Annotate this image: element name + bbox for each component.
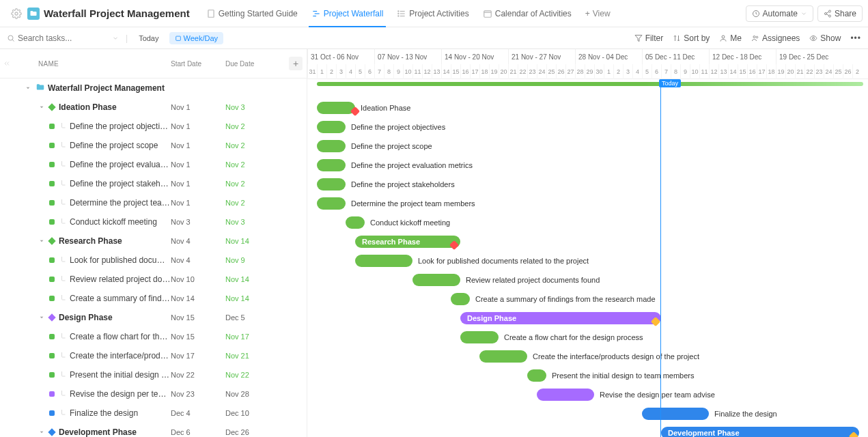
share-button[interactable]: Share [817,5,863,22]
status-square [49,143,55,148]
task-row[interactable]: Present the initial design to t...Nov 22… [0,365,307,384]
gantt-row: Revise the design per team advise [307,385,868,404]
task-row[interactable]: Define the project scopeNov 1Nov 2 [0,136,307,155]
search-input[interactable] [7,33,102,43]
task-row[interactable]: Finalize the designDec 4Dec 10 [0,404,307,423]
task-row[interactable]: Review related project docu...Nov 10Nov … [0,270,307,289]
gantt-bar[interactable]: Look for published documents related to … [355,255,412,267]
gantt-bar[interactable]: Define the project objectives [317,121,346,133]
bar-label: Ideation Phase [361,104,410,112]
search-field[interactable] [18,33,86,43]
gantt-row [307,79,868,98]
task-row[interactable]: Define the project evaluation...Nov 1Nov… [0,155,307,174]
day-header: 24 [537,64,546,79]
task-row[interactable]: Define the project objectivesNov 1Nov 2 [0,117,307,136]
tab-getting-started[interactable]: Getting Started Guide [199,0,305,27]
task-row[interactable]: Revise the design per team a...Nov 23Nov… [0,384,307,404]
task-row[interactable]: Ideation PhaseNov 1Nov 3 [0,98,307,117]
expand-icon[interactable] [41,238,46,244]
gantt-bar[interactable]: Present the initial design to team membe… [527,369,546,382]
automate-button[interactable]: Automate [746,5,813,22]
expand-icon[interactable] [41,315,46,320]
collapse-icon[interactable] [0,59,14,68]
task-row[interactable]: Conduct kickoff meetingNov 3Nov 3 [0,212,307,231]
col-start[interactable]: Start Date [171,60,225,68]
automate-label: Automate [763,9,798,18]
gantt-bar[interactable]: Define the project evaluation metrics [317,159,346,171]
start-date: Nov 4 [171,256,225,264]
gantt-bar[interactable]: Define the project scope [317,140,346,152]
task-row[interactable]: Create a flow chart for the d...Nov 15No… [0,327,307,346]
task-row[interactable]: Waterfall Project Management [0,79,307,98]
filter-icon [634,34,643,42]
gantt-bar[interactable]: Design Phase [460,312,661,324]
chevron-down-icon[interactable] [112,35,119,42]
expand-icon[interactable] [27,85,33,91]
due-date: Dec 5 [225,313,280,322]
start-date: Nov 14 [171,294,225,302]
day-header: 6 [652,64,661,79]
gantt-bar[interactable]: Define the project stakeholders [317,178,346,191]
gantt-bar[interactable]: Revise the design per team advise [537,389,594,401]
task-row[interactable]: Define the project stakehold...Nov 1Nov … [0,174,307,193]
settings-icon[interactable] [11,8,22,19]
gantt-bar[interactable]: Finalize the design [642,408,709,420]
gantt-bar[interactable]: Create a summary of findings from the re… [451,293,470,305]
milestone-icon [350,107,360,116]
day-header: 23 [527,64,537,79]
task-row[interactable]: Create the interface/product...Nov 17Nov… [0,346,307,365]
day-header: 9 [680,64,690,79]
add-column-button[interactable]: + [289,57,303,70]
subtask-icon [59,122,70,132]
more-button[interactable]: ••• [850,33,861,43]
bar-label: Create a flow chart for the design proce… [504,333,643,341]
task-row[interactable]: Look for published documen...Nov 4Nov 9 [0,251,307,270]
gantt-bar[interactable]: Create a flow chart for the design proce… [460,331,499,343]
today-button[interactable]: Today [135,33,163,44]
phase-icon [48,238,55,245]
gantt-bar[interactable]: Research Phase [355,236,460,248]
col-name[interactable]: NAME [14,60,171,68]
task-row[interactable]: Research PhaseNov 4Nov 14 [0,231,307,251]
start-date: Dec 6 [171,428,225,436]
gantt-row: Look for published documents related to … [307,251,868,270]
due-date: Nov 22 [225,371,280,379]
share-icon [824,10,832,18]
me-button[interactable]: Me [719,33,742,43]
task-row[interactable]: Create a summary of finding...Nov 14Nov … [0,289,307,308]
day-header: 19 [776,64,785,79]
tab-project-activities[interactable]: Project Activities [390,0,475,27]
task-row[interactable]: Design PhaseNov 15Dec 5 [0,308,307,327]
gantt-bar[interactable]: Review related project documents found [412,274,460,286]
bar-label: Determine the project team members [351,199,475,208]
tab-calendar[interactable]: Calendar of Activities [476,0,578,27]
task-name: Create a flow chart for the d... [70,332,171,341]
gantt-row: Define the project scope [307,137,868,156]
gantt-bar[interactable]: Development Phase [661,427,859,437]
gantt-bar[interactable]: Ideation Phase [317,102,355,114]
show-button[interactable]: Show [809,33,841,43]
day-header: 12 [422,64,432,79]
day-header: 5 [355,64,365,79]
day-header: 22 [804,64,814,79]
bar-label: Define the project stakeholders [351,180,455,188]
show-label: Show [820,33,841,43]
tab-project-waterfall[interactable]: Project Waterfall [305,0,391,27]
weekday-toggle[interactable]: Week/Day [169,32,223,44]
gantt-bar[interactable]: Create the interface/products design of … [479,350,527,363]
col-due[interactable]: Due Date [225,60,273,68]
task-row[interactable]: Determine the project team ...Nov 1Nov 2 [0,193,307,212]
task-row[interactable]: Development PhaseDec 6Dec 26 [0,423,307,437]
day-header: 5 [642,64,652,79]
expand-icon[interactable] [41,429,46,435]
add-view[interactable]: + View [578,0,617,27]
assignees-button[interactable]: Assignees [751,33,800,43]
gantt-bar[interactable]: Determine the project team members [317,197,346,210]
expand-icon[interactable] [41,104,46,110]
gantt-chart[interactable]: 31 Oct - 06 Nov07 Nov - 13 Nov14 Nov - 2… [307,49,868,437]
gantt-bar[interactable]: Conduct kickoff meeting [346,216,365,229]
sort-button[interactable]: Sort by [673,33,710,43]
task-name: Determine the project team ... [70,198,171,208]
filter-button[interactable]: Filter [634,33,664,43]
bar-label: Define the project scope [351,142,432,150]
